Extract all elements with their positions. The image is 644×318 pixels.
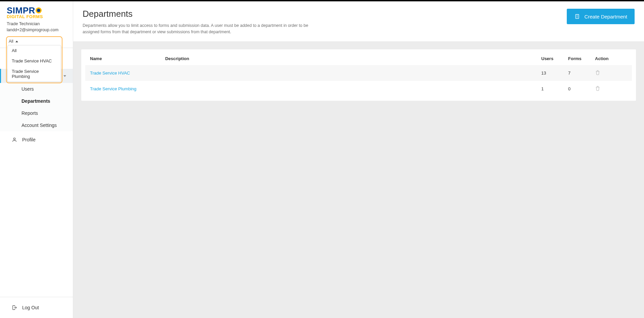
department-filter-options: All Trade Service HVAC Trade Service Plu… [7, 45, 61, 82]
column-header-name: Name [85, 52, 162, 65]
gear-icon [36, 7, 42, 13]
chevron-up-icon [15, 41, 18, 42]
column-header-forms: Forms [565, 52, 592, 65]
department-description [162, 81, 538, 97]
svg-point-1 [13, 138, 15, 140]
sidebar-item-label: Departments [21, 98, 50, 104]
main-content: Departments Departments allow you to lim… [73, 1, 644, 318]
department-link[interactable]: Trade Service HVAC [90, 71, 130, 76]
logout-label: Log Out [22, 305, 39, 310]
sidebar-item-profile[interactable]: Profile [0, 131, 73, 147]
sidebar-item-label: Users [21, 86, 34, 92]
department-users: 1 [538, 81, 565, 97]
department-link[interactable]: Trade Service Plumbing [90, 86, 136, 91]
chevron-down-icon [63, 75, 66, 77]
page-title: Departments [83, 9, 324, 19]
sidebar-item-departments[interactable]: Departments [0, 95, 73, 107]
filter-option-plumbing[interactable]: Trade Service Plumbing [8, 66, 61, 82]
user-role: Trade Technician [7, 21, 66, 26]
sidebar-nav: Account Users Departments Reports Accoun… [0, 48, 73, 297]
user-email: landd+2@simprogroup.com [7, 28, 66, 32]
app-logo: SIMPR DIGITAL FORMS [7, 6, 66, 19]
sidebar-item-users[interactable]: Users [0, 83, 73, 95]
departments-table: Name Description Users Forms Action Trad… [85, 52, 632, 97]
column-header-users: Users [538, 52, 565, 65]
sidebar-item-label: Profile [22, 137, 36, 142]
department-forms: 0 [565, 81, 592, 97]
sidebar: SIMPR DIGITAL FORMS Trade Technician lan… [0, 1, 73, 318]
departments-table-panel: Name Description Users Forms Action Trad… [81, 49, 636, 101]
svg-rect-2 [576, 14, 579, 18]
page-description: Departments allow you to limit access to… [83, 22, 324, 35]
create-department-button[interactable]: Create Department [567, 9, 635, 24]
filter-option-hvac[interactable]: Trade Service HVAC [8, 56, 61, 66]
department-filter-dropdown: All All Trade Service HVAC Trade Service… [6, 36, 62, 83]
table-row: Trade Service Plumbing 1 0 [85, 81, 632, 97]
department-filter-selected: All [9, 39, 13, 44]
user-icon [11, 137, 17, 143]
department-users: 13 [538, 65, 565, 81]
column-header-action: Action [592, 52, 632, 65]
sidebar-item-label: Reports [21, 110, 38, 116]
delete-button[interactable] [595, 70, 600, 75]
sidebar-item-label: Account Settings [21, 123, 57, 128]
filter-option-all[interactable]: All [8, 45, 61, 56]
create-department-label: Create Department [584, 14, 627, 19]
logout-icon [11, 305, 17, 311]
delete-button[interactable] [595, 86, 600, 91]
table-row: Trade Service HVAC 13 7 [85, 65, 632, 81]
logout-button[interactable]: Log Out [7, 303, 66, 313]
logo-text-main: SIMPR [7, 6, 35, 15]
building-add-icon [574, 13, 580, 19]
column-header-description: Description [162, 52, 538, 65]
department-description [162, 65, 538, 81]
sidebar-item-account-settings[interactable]: Account Settings [0, 119, 73, 131]
department-filter-trigger[interactable]: All [9, 39, 18, 44]
department-forms: 7 [565, 65, 592, 81]
logo-text-sub: DIGITAL FORMS [7, 14, 66, 19]
sidebar-item-reports[interactable]: Reports [0, 107, 73, 119]
page-header: Departments Departments allow you to lim… [73, 1, 644, 41]
